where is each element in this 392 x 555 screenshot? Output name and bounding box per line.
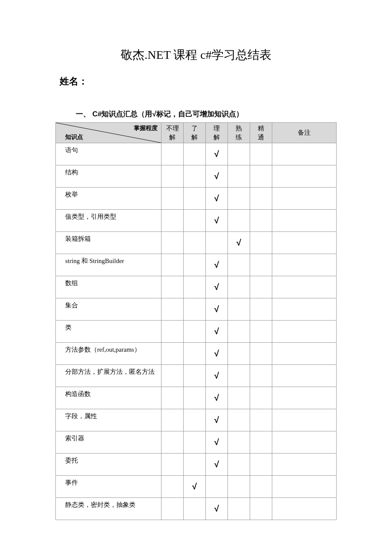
header-mastery-label: 掌握程度 [134, 124, 158, 132]
check-cell: √ [206, 143, 228, 165]
check-cell [228, 188, 250, 210]
check-cell [228, 143, 250, 165]
header-level-3: 熟 练 [228, 123, 250, 143]
table-row: 语句√ [56, 143, 337, 165]
header-level-4: 精 通 [250, 123, 272, 143]
check-cell [228, 387, 250, 409]
header-level-0: 不理 解 [161, 123, 184, 143]
check-cell [161, 232, 184, 254]
table-header-row: 掌握程度 知识点 不理 解 了 解 理 解 [56, 123, 337, 143]
section-title: C#知识点汇总（用√标记，自己可增加知识点） [92, 110, 243, 118]
check-cell [161, 165, 184, 188]
check-cell [250, 143, 272, 165]
topic-cell: 委托 [56, 454, 161, 476]
check-cell: √ [206, 254, 228, 276]
check-cell [184, 165, 206, 188]
remark-cell [272, 409, 337, 431]
check-cell [184, 365, 206, 387]
check-cell [250, 387, 272, 409]
table-row: 方法参数（ref,out,params）√ [56, 343, 337, 365]
check-cell [161, 343, 184, 365]
table-row: 枚举√ [56, 188, 337, 210]
check-cell [184, 431, 206, 454]
remark-cell [272, 365, 337, 387]
table-row: string 和 StringBuilder√ [56, 254, 337, 276]
table-row: 索引器√ [56, 431, 337, 454]
check-cell [161, 298, 184, 321]
topic-cell: 集合 [56, 298, 161, 321]
check-cell [161, 498, 184, 520]
table-row: 集合√ [56, 298, 337, 321]
check-cell [228, 165, 250, 188]
check-cell [250, 188, 272, 210]
topic-cell: 装箱拆箱 [56, 232, 161, 254]
remark-cell [272, 188, 337, 210]
summary-table: 掌握程度 知识点 不理 解 了 解 理 解 [55, 122, 337, 520]
check-cell [161, 188, 184, 210]
table-row: 委托√ [56, 454, 337, 476]
check-cell [184, 276, 206, 298]
check-cell: √ [206, 409, 228, 431]
remark-cell [272, 143, 337, 165]
check-cell [161, 210, 184, 232]
check-cell [161, 454, 184, 476]
check-cell: √ [206, 165, 228, 188]
check-cell [206, 476, 228, 498]
check-cell [161, 476, 184, 498]
check-cell [161, 409, 184, 431]
table-row: 数组√ [56, 276, 337, 298]
table-row: 结构√ [56, 165, 337, 188]
remark-cell [272, 454, 337, 476]
check-cell [250, 298, 272, 321]
check-cell [250, 210, 272, 232]
remark-cell [272, 298, 337, 321]
table-row: 字段，属性√ [56, 409, 337, 431]
table-row: 构造函数√ [56, 387, 337, 409]
check-cell [250, 409, 272, 431]
topic-cell: 构造函数 [56, 387, 161, 409]
check-cell: √ [206, 498, 228, 520]
topic-cell: 结构 [56, 165, 161, 188]
check-cell [250, 254, 272, 276]
remark-cell [272, 210, 337, 232]
check-cell [161, 431, 184, 454]
section-heading: 一、 C#知识点汇总（用√标记，自己可增加知识点） [76, 109, 337, 119]
check-cell: √ [184, 476, 206, 498]
name-label: 姓名： [60, 75, 337, 88]
check-cell [161, 387, 184, 409]
topic-cell: 枚举 [56, 188, 161, 210]
table-row: 事件√ [56, 476, 337, 498]
check-cell [206, 232, 228, 254]
table-body: 语句√结构√枚举√值类型，引用类型√装箱拆箱√string 和 StringBu… [56, 143, 337, 520]
check-cell [184, 188, 206, 210]
table-row: 静态类，密封类，抽象类√ [56, 498, 337, 520]
table-row: 装箱拆箱√ [56, 232, 337, 254]
remark-cell [272, 343, 337, 365]
topic-cell: 类 [56, 321, 161, 343]
check-cell [250, 165, 272, 188]
check-cell [250, 343, 272, 365]
check-cell [250, 431, 272, 454]
section-number: 一、 [76, 110, 90, 118]
check-cell [228, 298, 250, 321]
check-cell [184, 298, 206, 321]
header-remark: 备注 [272, 123, 337, 143]
remark-cell [272, 165, 337, 188]
check-cell: √ [206, 387, 228, 409]
remark-cell [272, 387, 337, 409]
remark-cell [272, 276, 337, 298]
topic-cell: 数组 [56, 276, 161, 298]
check-cell [228, 409, 250, 431]
topic-cell: 分部方法，扩展方法，匿名方法 [56, 365, 161, 387]
remark-cell [272, 431, 337, 454]
check-cell: √ [206, 276, 228, 298]
check-cell [250, 476, 272, 498]
remark-cell [272, 232, 337, 254]
check-cell [228, 476, 250, 498]
header-level-2: 理 解 [206, 123, 228, 143]
check-cell [161, 321, 184, 343]
check-cell [250, 365, 272, 387]
topic-cell: string 和 StringBuilder [56, 254, 161, 276]
header-diagonal-cell: 掌握程度 知识点 [56, 123, 161, 143]
remark-cell [272, 254, 337, 276]
